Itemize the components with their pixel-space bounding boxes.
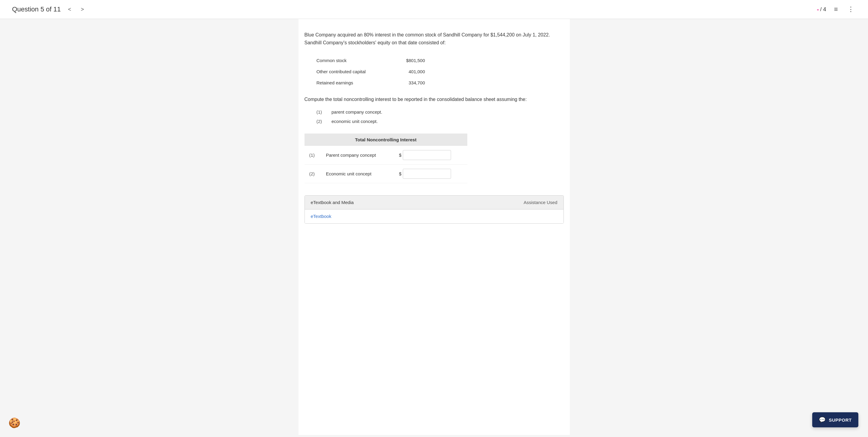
page-current: - (817, 6, 819, 13)
header-left: Question 5 of 11 < > (12, 5, 86, 14)
list-icon-button[interactable]: ≡ (832, 4, 840, 14)
row2-num: (2) (305, 164, 321, 183)
cookie-button[interactable]: 🍪 (8, 417, 21, 429)
equity-value-0: $801,500 (395, 55, 443, 66)
concept-item-1: (1) parent company concept. (316, 110, 564, 115)
row2-input-cell: $ (394, 164, 467, 183)
concept-text-2: economic unit concept. (332, 119, 378, 124)
row1-label: Parent company concept (321, 146, 394, 164)
row2-dollar-wrapper: $ (399, 169, 462, 179)
answer-table-header: Total Noncontrolling Interest (305, 133, 467, 146)
row1-input-cell: $ (394, 146, 467, 164)
equity-value-2: 334,700 (395, 77, 443, 88)
page-indicator: - / 4 (817, 6, 826, 13)
question-intro: Blue Company acquired an 80% interest in… (305, 31, 564, 46)
support-label: SUPPORT (829, 417, 852, 423)
cookie-icon: 🍪 (8, 417, 21, 428)
row1-num: (1) (305, 146, 321, 164)
concept-num-1: (1) (316, 110, 326, 115)
concept-item-2: (2) economic unit concept. (316, 119, 564, 124)
page-header: Question 5 of 11 < > - / 4 ≡ ⋮ (0, 0, 868, 19)
concepts-list: (1) parent company concept. (2) economic… (316, 110, 564, 124)
etextbook-header: eTextbook and Media Assistance Used (305, 196, 563, 210)
prev-button[interactable]: < (65, 5, 73, 14)
support-icon: 💬 (819, 416, 826, 423)
more-options-button[interactable]: ⋮ (846, 4, 856, 14)
row1-dollar-sign: $ (399, 153, 401, 158)
concept-num-2: (2) (316, 119, 326, 124)
parent-company-input[interactable] (403, 150, 451, 160)
equity-table: Common stock $801,500 Other contributed … (316, 55, 564, 88)
answer-table: Total Noncontrolling Interest (1) Parent… (305, 133, 467, 183)
support-button[interactable]: 💬 SUPPORT (812, 412, 858, 427)
main-content: Blue Company acquired an 80% interest in… (299, 19, 570, 435)
row2-dollar-sign: $ (399, 171, 401, 176)
table-row: (2) Economic unit concept $ (305, 164, 467, 183)
header-right: - / 4 ≡ ⋮ (817, 4, 856, 14)
page-separator: / 4 (820, 6, 826, 13)
compute-text: Compute the total noncontrolling interes… (305, 96, 564, 103)
equity-label-2: Retained earnings (316, 77, 395, 88)
assistance-used: Assistance Used (524, 200, 557, 205)
next-button[interactable]: > (79, 5, 87, 14)
etextbook-title: eTextbook and Media (311, 200, 354, 205)
etextbook-link[interactable]: eTextbook (311, 214, 331, 219)
equity-label-0: Common stock (316, 55, 395, 66)
economic-unit-input[interactable] (403, 169, 451, 179)
row1-dollar-wrapper: $ (399, 150, 462, 160)
equity-value-1: 401,000 (395, 66, 443, 77)
equity-label-1: Other contributed capital (316, 66, 395, 77)
row2-label: Economic unit concept (321, 164, 394, 183)
etextbook-section: eTextbook and Media Assistance Used eTex… (305, 195, 564, 224)
concept-text-1: parent company concept. (332, 110, 382, 115)
table-row: (1) Parent company concept $ (305, 146, 467, 164)
etextbook-body: eTextbook (305, 210, 563, 223)
question-title: Question 5 of 11 (12, 5, 61, 13)
